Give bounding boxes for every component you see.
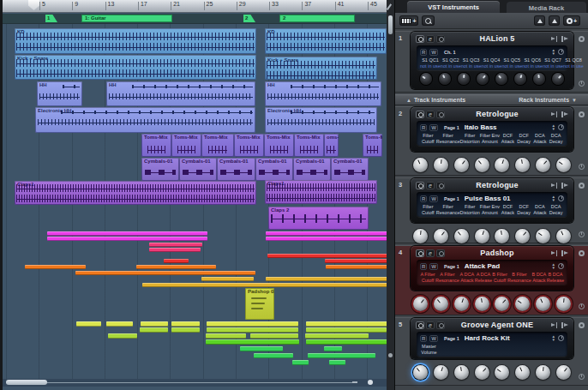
quick-control-knob[interactable] [475,229,489,243]
quick-control-knob[interactable] [552,73,564,85]
midi-part-magenta[interactable] [47,237,207,241]
item-clock-icon[interactable] [579,164,585,170]
midi-part-green[interactable] [292,360,309,365]
midi-part-orange[interactable] [326,265,388,269]
quick-control-knob[interactable] [434,365,448,380]
output-routing-icon[interactable] [561,322,568,328]
arranger-marker[interactable]: 1 [45,15,57,22]
midi-part-green[interactable] [324,346,342,351]
midi-part-mid-green[interactable] [305,333,369,339]
automation-write-button[interactable]: W [429,124,438,131]
midi-part-yellow-green[interactable] [306,321,389,327]
instrument-title[interactable]: HALion 5 [447,34,548,43]
previous-button[interactable] [534,15,545,26]
mini-knob-icon[interactable] [558,335,564,341]
edit-instrument-icon[interactable]: e [426,249,435,257]
quick-control-knob[interactable] [515,229,530,243]
freeze-icon[interactable] [436,182,445,189]
quick-control-knob[interactable] [495,229,509,243]
arranger-marker[interactable]: 2 [243,15,255,22]
mini-knob-icon[interactable] [558,263,564,269]
midi-part-red[interactable] [267,254,388,258]
preset-spinner-icon[interactable]: ▲▼ [552,195,555,201]
quick-control-knob[interactable] [556,158,571,172]
midi-part-yellow-green[interactable] [141,321,168,327]
audio-event[interactable]: HH [37,81,82,106]
midi-part-bright-green[interactable] [306,339,389,345]
automation-write-button[interactable]: W [429,263,438,270]
midi-part-yellow-green[interactable] [207,321,298,327]
audio-event[interactable]: HH [265,81,381,106]
midi-part-bright-green[interactable] [206,339,299,345]
settings-button[interactable]: + [563,15,580,26]
audio-event[interactable]: Kick + Snare [265,57,377,80]
scrollbar-thumb[interactable] [388,15,393,34]
rack-item[interactable]: 2 e Retrologue R W Page 1 Italo Bass ▲▼ [395,106,588,176]
audio-event[interactable]: KD [265,28,387,54]
quick-control-knob[interactable] [458,73,470,85]
audio-event[interactable]: oms- [324,134,339,157]
zoom-slider-handle[interactable] [368,380,373,385]
item-clock-icon[interactable] [579,81,585,87]
input-routing-icon[interactable] [550,322,558,328]
quick-control-knob[interactable] [556,365,571,380]
quick-control-knob[interactable] [454,297,469,311]
page-label[interactable]: Page 1 [444,125,459,130]
page-label[interactable]: Page 1 [444,196,459,201]
power-icon[interactable] [416,35,424,43]
midi-part-red[interactable] [325,259,387,263]
preset-name[interactable]: Attack Pad [465,262,552,270]
quick-control-knob[interactable] [477,73,489,85]
quick-control-knob[interactable] [536,229,550,243]
audio-event[interactable]: Kick + Snare [15,55,256,80]
audio-event[interactable]: Cymbals-01 [293,158,331,181]
power-icon[interactable] [416,249,424,257]
arranger-part[interactable]: 1: Guitar [81,15,172,22]
mini-knob-icon[interactable] [558,195,564,201]
midi-part-mid-green[interactable] [171,327,200,333]
audio-event[interactable]: Claps 2 [268,207,369,230]
midi-part-yellow-green[interactable] [76,321,101,327]
automation-read-button[interactable]: R [420,124,427,131]
quick-control-knob[interactable] [515,158,530,172]
preset-spinner-icon[interactable]: ▲▼ [552,49,555,55]
rack-item[interactable]: 3 e Retrologue R W Page 1 Pulse Bass 01 … [395,177,588,243]
zoom-out-icon[interactable] [352,381,357,383]
audio-event[interactable]: Cymbals-01 [217,158,255,181]
edit-instrument-icon[interactable]: e [426,111,435,118]
freeze-icon[interactable] [436,111,445,118]
preset-spinner-icon[interactable]: ▲▼ [552,124,555,130]
midi-part-gold[interactable] [266,277,389,281]
instrument-title[interactable]: Retrologue [447,110,548,118]
midi-part-gold[interactable] [201,277,254,281]
output-routing-icon[interactable] [561,183,568,189]
quick-control-knob[interactable] [434,158,448,172]
midi-part-mid-green[interactable] [108,333,137,339]
page-label[interactable]: Page 1 [444,264,459,269]
midi-part-mid-green[interactable] [250,333,298,339]
midi-part-pink[interactable] [149,243,202,247]
automation-read-button[interactable]: R [420,49,427,56]
output-routing-icon[interactable] [561,36,568,42]
timeline-ruler[interactable]: 59131721252933374145 [3,0,387,13]
item-output-icon[interactable] [579,250,585,256]
quick-control-knob[interactable] [495,73,507,85]
automation-read-button[interactable]: R [420,195,427,202]
next-button[interactable] [549,15,560,26]
midi-part-orange[interactable] [136,265,216,269]
power-icon[interactable] [416,321,424,329]
quick-control-knob[interactable] [475,297,489,311]
vertical-scrollbar[interactable] [387,0,394,390]
quick-control-knob[interactable] [454,158,469,172]
preset-name[interactable]: Italo Bass [465,123,552,131]
automation-write-button[interactable]: W [429,195,438,202]
item-output-icon[interactable] [579,183,585,189]
midi-part-mid-green[interactable] [140,327,168,333]
mini-knob-icon[interactable] [558,124,564,130]
midi-part-green[interactable] [254,353,293,358]
quick-control-knob[interactable] [475,365,489,380]
input-routing-icon[interactable] [550,111,558,117]
arranger-part[interactable]: 2 [279,15,355,22]
midi-part-green[interactable] [308,353,375,358]
input-routing-icon[interactable] [550,250,558,256]
